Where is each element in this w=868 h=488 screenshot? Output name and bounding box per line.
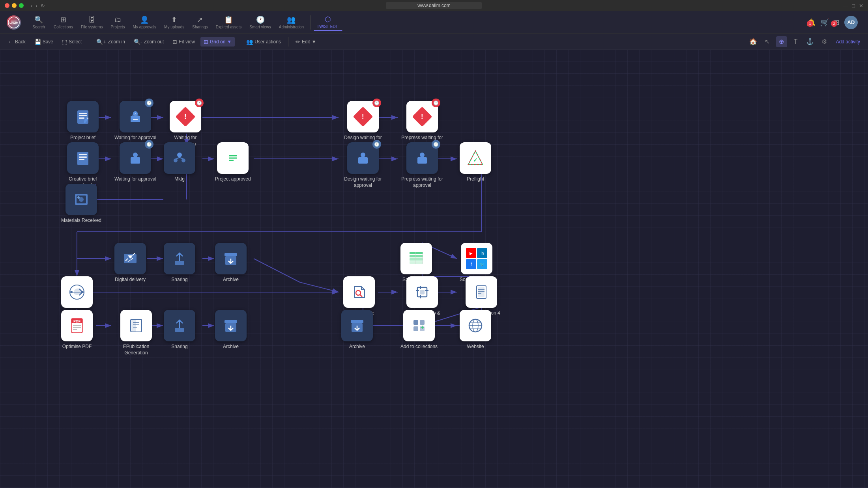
node-project-approved[interactable]: Project approved: [215, 142, 251, 183]
back-button[interactable]: ← Back: [5, 37, 29, 47]
node-icon-project-brief: [67, 101, 99, 132]
node-badge-design-waiting-correction: 🕐: [372, 99, 381, 107]
anchor-icon-btn[interactable]: ⚓: [804, 36, 816, 47]
node-icon-sharing-2: [164, 310, 195, 341]
zoom-in-button[interactable]: 🔍+ Zoom in: [93, 37, 128, 47]
svg-rect-123: [413, 326, 418, 331]
refresh-button[interactable]: ↻: [41, 3, 45, 9]
svg-rect-69: [417, 157, 427, 164]
administration-toolbar-item[interactable]: 👥 Administration: [276, 14, 307, 31]
svg-point-91: [81, 291, 84, 293]
node-project-brief[interactable]: Project brief received: [61, 101, 105, 147]
node-waiting-approval-1[interactable]: 🕐 ✓ Waiting for approval: [114, 101, 156, 141]
close-icon[interactable]: ✕: [859, 3, 863, 9]
nav-forward-button[interactable]: ›: [36, 3, 37, 9]
node-digital-delivery[interactable]: Digital delivery: [114, 243, 146, 283]
connection-icon-btn[interactable]: ⊕: [776, 36, 787, 47]
node-design-waiting-approval[interactable]: 🕐 Design waiting for approval: [341, 142, 385, 188]
home-icon-btn[interactable]: 🏠: [748, 36, 759, 47]
node-archive-3[interactable]: Archive: [341, 310, 373, 350]
edit-button[interactable]: ✏ Edit ▼: [292, 37, 320, 47]
node-website[interactable]: Website: [460, 310, 491, 350]
svg-point-60: [177, 153, 182, 157]
twist-edit-toolbar-item[interactable]: ⬡ TWIST EDIT: [314, 13, 342, 31]
node-mktg[interactable]: Mktg: [164, 142, 195, 183]
app-logo[interactable]: DALIM: [4, 15, 24, 30]
fit-view-button[interactable]: ⊡ Fit view: [169, 37, 198, 47]
twist-edit-icon: ⬡: [325, 15, 331, 24]
fit-view-icon: ⊡: [172, 39, 177, 45]
user-actions-button[interactable]: 👥 User actions: [243, 37, 284, 47]
sec-separator-1: [89, 37, 89, 47]
svg-point-77: [77, 196, 80, 199]
save-icon: 💾: [34, 39, 41, 45]
edit-icon: ✏: [296, 39, 300, 45]
node-creative-brief[interactable]: Creative brief received: [61, 142, 105, 188]
minimize-icon[interactable]: —: [843, 3, 848, 9]
node-archive-2[interactable]: Archive: [215, 310, 247, 350]
text-icon-btn[interactable]: T: [790, 36, 801, 47]
workflow-canvas[interactable]: Project brief received 🕐 ✓ Waiting for a…: [0, 50, 868, 488]
node-icon-waiting-approval-1: 🕐 ✓: [120, 101, 151, 132]
close-window-button[interactable]: [5, 3, 9, 8]
apps-button[interactable]: ⊞ 2: [834, 18, 840, 27]
node-optimise-pdf[interactable]: PDF Optimise PDF: [61, 310, 93, 350]
file-systems-toolbar-item[interactable]: 🗄 File systems: [78, 14, 106, 31]
node-waiting-correction-1[interactable]: 🕐 ! Waiting for correction: [164, 101, 207, 147]
node-badge-design-waiting-approval: 🕐: [372, 140, 381, 149]
node-icon-social-channels: ▶ in f 🐦: [461, 243, 492, 274]
save-button[interactable]: 💾 Save: [31, 37, 56, 47]
node-label-optimise-pdf: Optimise PDF: [62, 344, 92, 350]
search-toolbar-item[interactable]: 🔍 Search: [28, 14, 49, 31]
node-icon-sharing-1: [164, 243, 195, 274]
notifications-button[interactable]: 🔔 1: [807, 18, 816, 27]
node-waiting-approval-2[interactable]: 🕐 Waiting for approval: [114, 142, 156, 183]
node-sharing-2[interactable]: Sharing: [164, 310, 195, 350]
collections-toolbar-item[interactable]: ⊞ Collections: [51, 14, 76, 31]
cart-button[interactable]: 🛒: [820, 18, 829, 27]
url-bar[interactable]: www.dalim.com: [386, 2, 482, 9]
node-icon-design-waiting-approval: 🕐: [347, 142, 379, 174]
expired-assets-toolbar-item[interactable]: 📋 Expired assets: [213, 14, 245, 31]
sharings-icon: ↗: [197, 15, 203, 24]
node-materials-received[interactable]: Materials Received: [61, 184, 101, 224]
fullscreen-icon[interactable]: □: [852, 3, 855, 9]
node-icon-digital-delivery: [114, 243, 146, 274]
nav-back-button[interactable]: ‹: [31, 3, 32, 9]
node-icon-optimise-pdf: PDF: [61, 310, 93, 341]
node-label-preflight: Preflight: [467, 176, 484, 183]
svg-rect-119: [351, 320, 363, 323]
node-epub-gen[interactable]: EPublication Generation: [114, 310, 158, 356]
node-icon-epub-gen: [120, 310, 152, 341]
node-icon-waiting-approval-2: 🕐: [120, 142, 151, 174]
my-uploads-icon: ⬆: [171, 15, 177, 24]
node-archive-1[interactable]: Archive: [215, 243, 247, 283]
node-label-project-approved: Project approved: [215, 176, 251, 183]
svg-rect-116: [175, 328, 184, 332]
smart-views-icon: 🕐: [256, 15, 265, 24]
projects-toolbar-item[interactable]: 🗂 Projects: [107, 14, 128, 31]
user-avatar[interactable]: AD: [844, 16, 858, 29]
my-uploads-toolbar-item[interactable]: ⬆ My uploads: [161, 14, 187, 31]
node-label-prepress-waiting-approval: Prepress waiting for approval: [400, 176, 444, 188]
node-badge-waiting-approval-2: 🕐: [145, 140, 153, 149]
my-approvals-toolbar-item[interactable]: 👤 My approvals: [130, 14, 159, 31]
svg-line-39: [254, 259, 300, 282]
svg-text:✓: ✓: [134, 112, 137, 115]
node-preflight[interactable]: ✓ Preflight: [460, 142, 491, 183]
node-add-to-collections[interactable]: Add to collections: [400, 310, 438, 350]
settings-icon-btn[interactable]: ⚙: [819, 36, 830, 47]
minimize-window-button[interactable]: [12, 3, 17, 8]
node-prepress-waiting-approval[interactable]: 🕐 Prepress waiting for approval: [400, 142, 444, 188]
node-icon-save-in-dam: [400, 243, 432, 274]
pointer-icon-btn[interactable]: ↖: [762, 36, 773, 47]
add-activity-button[interactable]: Add activity: [833, 37, 863, 46]
zoom-out-button[interactable]: 🔍- Zoom out: [131, 37, 167, 47]
maximize-window-button[interactable]: [19, 3, 24, 8]
sec-toolbar-right: 🏠 ↖ ⊕ T ⚓ ⚙ Add activity: [748, 36, 863, 47]
sharings-toolbar-item[interactable]: ↗ Sharings: [189, 14, 211, 31]
smart-views-toolbar-item[interactable]: 🕐 Smart views: [246, 14, 274, 31]
select-button[interactable]: ⬚ Select: [59, 37, 85, 47]
grid-on-button[interactable]: ⊞ Grid on ▼: [200, 37, 235, 47]
node-sharing-1[interactable]: Sharing: [164, 243, 195, 283]
